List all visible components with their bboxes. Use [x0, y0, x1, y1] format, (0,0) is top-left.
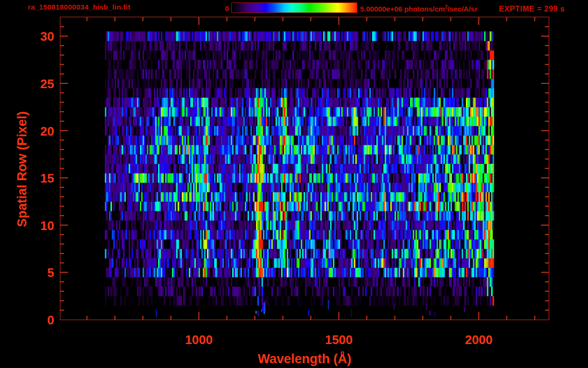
x-tick-label: 1000 — [185, 333, 213, 347]
figure-title: ra_150818000034_hisb_lin.fit — [28, 3, 130, 11]
y-tick-label: 25 — [6, 77, 54, 92]
exptime-label: EXPTIME = 299 s — [499, 5, 565, 13]
y-axis-title: Spatial Row (Pixel) — [15, 111, 30, 227]
colorbar-max-value: 5.00000e+06 — [360, 5, 402, 13]
y-tick-label: 10 — [6, 218, 54, 233]
x-axis-title: Wavelength (Å) — [258, 352, 351, 367]
y-tick-label: 15 — [6, 171, 54, 186]
colorbar — [231, 2, 357, 13]
colorbar-units: photons/cm — [402, 5, 445, 13]
x-tick-label: 1500 — [325, 333, 353, 347]
x-tick-label: 2000 — [465, 333, 493, 347]
spectrogram-viewer: ra_150818000034_hisb_lin.fit 0 5.00000e+… — [0, 0, 588, 368]
colorbar-min-label: 0 — [216, 4, 229, 12]
colorbar-units-suffix: /sec/A/sr — [448, 5, 478, 13]
plot-frame — [60, 17, 549, 320]
y-tick-label: 5 — [6, 265, 54, 280]
colorbar-max-label: 5.00000e+06 photons/cm2/sec/A/sr — [360, 4, 477, 13]
axis-ticks — [60, 17, 549, 320]
y-tick-label: 20 — [6, 124, 54, 139]
y-tick-label: 30 — [6, 29, 54, 44]
y-tick-label: 0 — [6, 313, 54, 328]
